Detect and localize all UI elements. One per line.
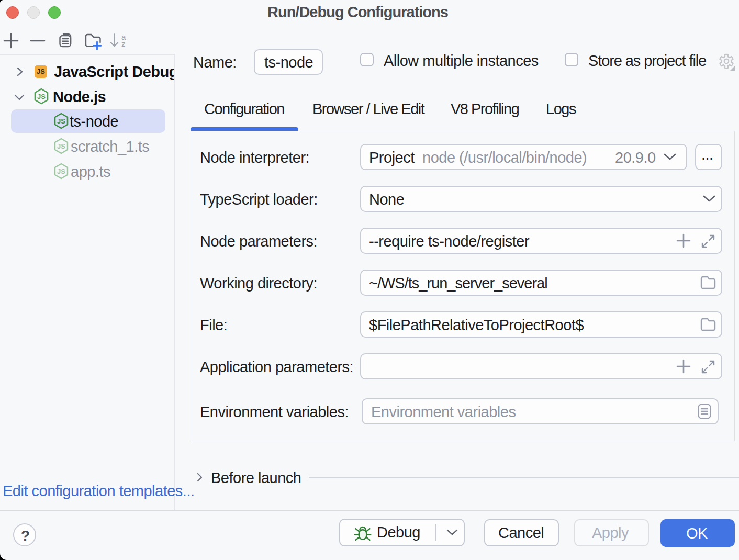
svg-text:JS: JS [37, 93, 46, 100]
svg-text:JS: JS [57, 142, 65, 150]
svg-text:JS: JS [57, 167, 65, 175]
svg-text:JS: JS [57, 117, 65, 125]
